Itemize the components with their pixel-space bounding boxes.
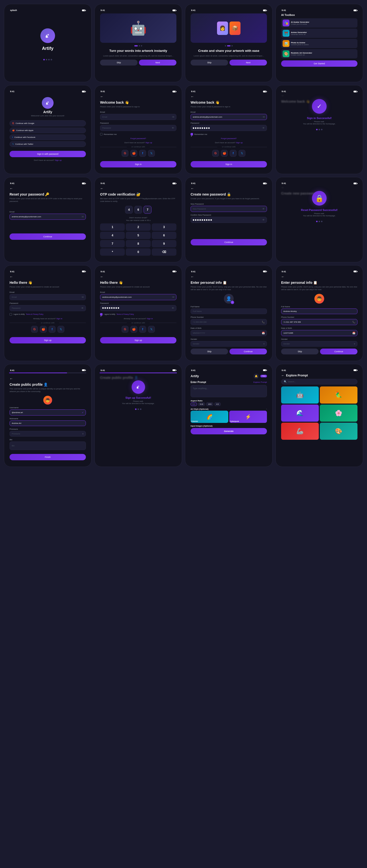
nickname-input[interactable]: Andrew Art	[9, 421, 86, 426]
facebook-auth-button[interactable]: f Continue with Facebook	[9, 134, 86, 140]
signup-button[interactable]: Sign up	[9, 337, 86, 343]
key-3[interactable]: 3	[152, 223, 176, 231]
key-star[interactable]: *	[100, 248, 125, 256]
twitter-social-btn[interactable]: 𝕏	[148, 326, 155, 333]
signin-button[interactable]: Sign in	[100, 161, 176, 167]
finish-button[interactable]: Finish	[9, 454, 86, 460]
avatar-upload[interactable]: 👤 +	[224, 294, 234, 304]
signin-link[interactable]: Sign in	[56, 317, 62, 320]
get-started-button[interactable]: Get Started	[281, 60, 358, 67]
key-9[interactable]: 9	[152, 240, 176, 247]
explore-card-4[interactable]: 🌸	[320, 405, 358, 422]
generate-button[interactable]: Generate	[191, 428, 267, 434]
continue-button[interactable]: Continue	[191, 239, 267, 245]
ratio-9-16[interactable]: 9:16	[198, 402, 205, 406]
explore-card-1[interactable]: 🤖	[281, 386, 319, 404]
agree-checkbox[interactable]: ✓	[100, 313, 103, 316]
back-button[interactable]: ←	[100, 95, 176, 98]
bio-input[interactable]: Bio	[9, 441, 86, 450]
explore-card-6[interactable]: 🎨	[320, 423, 358, 440]
email-input[interactable]: andrew.ainsley@yourdomain.com ✉	[9, 214, 86, 220]
forgot-password-link[interactable]: Forgot password?	[191, 137, 267, 140]
apple-social-btn[interactable]: 🍎	[40, 326, 47, 333]
dob-input[interactable]: MM/DD/YYYY 📅	[191, 330, 267, 336]
key-2[interactable]: 2	[126, 223, 150, 231]
gender-input[interactable]: Gender ∨	[191, 341, 267, 347]
facebook-social-btn[interactable]: f	[230, 150, 236, 157]
skip-button[interactable]: Skip	[281, 348, 318, 354]
facebook-social-btn[interactable]: f	[139, 150, 146, 157]
agree-checkbox[interactable]	[9, 313, 12, 316]
style-cyberpunk[interactable]: ⚡ Cyberpunk	[229, 411, 267, 423]
terms-link[interactable]: Terms & Privacy Policy	[26, 313, 43, 315]
signup-link[interactable]: Sign up	[145, 142, 152, 144]
continue-button[interactable]: Continue	[229, 348, 267, 354]
twitter-auth-button[interactable]: 𝕏 Continue with Twitter	[9, 141, 86, 147]
continue-button[interactable]: Continue	[9, 234, 86, 240]
ratio-16-9[interactable]: 16:9	[206, 402, 213, 406]
email-input[interactable]: Email ✉	[9, 294, 86, 300]
otp-box1[interactable]: 4	[125, 206, 133, 214]
new-password-input[interactable]: New Password 👁	[191, 206, 267, 212]
ratio-1-1[interactable]: 1:1	[191, 402, 197, 406]
key-backspace[interactable]: ⌫	[152, 248, 176, 256]
otp-box2[interactable]: 6	[134, 206, 142, 214]
apple-social-btn[interactable]: 🍎	[131, 150, 137, 157]
tool-item-realistic[interactable]: 🎨 Realistic Art Generator Create realist…	[281, 49, 358, 58]
password-input[interactable]: Password 👁	[9, 305, 86, 311]
tool-item-avatar[interactable]: 🎭 AI Avatar Generator Create your AI ava…	[281, 18, 358, 28]
facebook-social-btn[interactable]: f	[49, 326, 56, 333]
signup-link[interactable]: Sign up	[236, 142, 243, 144]
twitter-social-btn[interactable]: 𝕏	[148, 150, 155, 157]
avatar-image[interactable]: 👦	[43, 396, 52, 405]
apple-auth-button[interactable]: 🍎 Continue with Apple	[9, 128, 86, 133]
avatar-image[interactable]: 👦	[314, 294, 324, 304]
google-social-btn[interactable]: G	[31, 326, 38, 333]
explore-card-2[interactable]: 🦜	[320, 386, 358, 404]
explore-prompt-link[interactable]: Explore Prompt	[253, 381, 267, 383]
tool-item-photo[interactable]: 🖼️ Photo to Anime Convert photo to anime	[281, 39, 358, 48]
google-auth-button[interactable]: G Continue with Google	[9, 120, 86, 126]
remember-checkbox[interactable]: ✓	[191, 133, 193, 135]
terms-link[interactable]: Terms & Privacy Policy	[116, 313, 134, 315]
tool-item-anime[interactable]: ⛩️ Anime Generator Generate anime art	[281, 29, 358, 38]
back-button[interactable]: ←	[9, 187, 86, 190]
facebook-social-btn[interactable]: f	[139, 326, 146, 333]
dob-input[interactable]: 12/27/1995 📅	[281, 330, 358, 336]
back-button[interactable]: ←	[9, 377, 86, 380]
fullname-input[interactable]: Full Name	[191, 308, 267, 314]
apple-social-btn[interactable]: 🍎	[221, 150, 228, 157]
key-0[interactable]: 0	[126, 248, 150, 256]
skip-button[interactable]: Skip	[191, 348, 228, 354]
back-button[interactable]: ←	[191, 275, 267, 279]
password-signin-button[interactable]: Sign in with password	[9, 151, 86, 157]
back-button[interactable]: ←	[191, 95, 267, 98]
back-button[interactable]: ←	[281, 275, 358, 279]
google-social-btn[interactable]: G	[121, 326, 129, 333]
gender-input[interactable]: Gender ∨	[281, 341, 358, 347]
style-colorful[interactable]: 🌈 Colorful	[191, 411, 228, 423]
twitter-social-btn[interactable]: 𝕏	[57, 326, 64, 333]
email-input[interactable]: andrew.ainsley@yourdomain.com ✉	[100, 294, 176, 300]
apple-social-btn[interactable]: 🍎	[131, 326, 137, 333]
back-button[interactable]: ←	[100, 187, 176, 190]
back-button[interactable]: ←	[100, 275, 176, 279]
fullname-input[interactable]: Andrew Ainsley	[281, 308, 358, 314]
otp-box3[interactable]: 7	[144, 206, 151, 214]
pronouns-input[interactable]: Pronouns ∨	[9, 431, 86, 437]
signup-link[interactable]: Sign up	[55, 159, 61, 161]
next-button[interactable]: Next	[229, 60, 267, 65]
password-input[interactable]: 👁	[191, 125, 267, 131]
confirm-password-input[interactable]: 👁	[191, 217, 267, 223]
username-input[interactable]: @andrew.art ✓	[9, 409, 86, 415]
signin-button[interactable]: Sign in	[191, 161, 267, 167]
skip-button[interactable]: Skip	[191, 60, 228, 65]
explore-card-5[interactable]: 🦾	[281, 423, 319, 440]
signup-button[interactable]: Sign up	[100, 337, 176, 343]
ratio-4-3[interactable]: 4:3	[214, 402, 221, 406]
key-1[interactable]: 1	[100, 223, 125, 231]
skip-button[interactable]: Skip	[100, 60, 138, 65]
explore-card-3[interactable]: 🌊	[281, 405, 319, 422]
notification-button[interactable]: 🔔	[253, 373, 259, 379]
key-4[interactable]: 4	[100, 232, 125, 239]
